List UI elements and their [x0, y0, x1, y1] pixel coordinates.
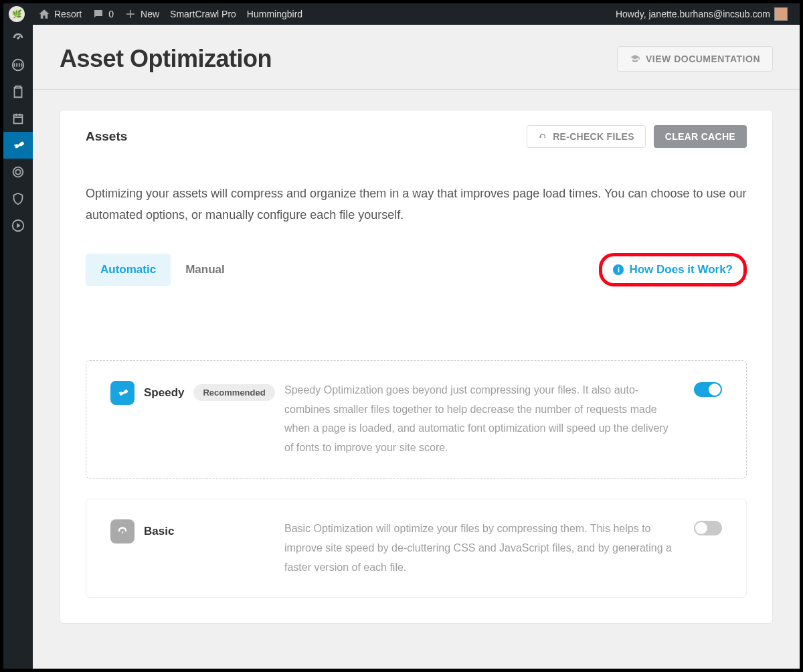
howdy-text: Howdy, janette.burhans@incsub.com: [616, 9, 770, 19]
basic-icon: [110, 519, 135, 543]
view-documentation-button[interactable]: VIEW DOCUMENTATION: [617, 46, 773, 72]
svg-point-2: [15, 169, 20, 174]
intro-text: Optimizing your assets will compress and…: [86, 163, 747, 253]
mode-tabs: Automatic Manual: [86, 254, 240, 286]
sidebar-item-calendar[interactable]: [3, 105, 33, 132]
new-label: New: [141, 9, 159, 19]
speedy-icon: [110, 381, 135, 405]
assets-card: Assets RE-CHECK FILES CLEAR CACHE Optimi…: [60, 110, 773, 624]
play-circle-icon: [11, 218, 25, 233]
wpmudev-icon: [11, 58, 25, 72]
option-name: Basic: [144, 525, 174, 538]
sidebar-item-hummingbird[interactable]: [3, 132, 33, 159]
speedy-toggle[interactable]: [694, 382, 722, 397]
home-icon: [38, 8, 50, 20]
page-title: Asset Optimization: [60, 45, 272, 73]
sidebar-item-smartcrawl[interactable]: [3, 159, 33, 185]
recheck-files-button[interactable]: RE-CHECK FILES: [527, 125, 646, 148]
sidebar-item-smush[interactable]: [3, 212, 33, 239]
grad-cap-icon: [630, 54, 640, 64]
option-description: Speedy Optimization goes beyond just com…: [284, 381, 694, 458]
account-menu[interactable]: Howdy, janette.burhans@incsub.com: [610, 3, 793, 25]
site-name: Resort: [54, 9, 82, 19]
option-basic: Basic Basic Optimization will optimize y…: [86, 499, 747, 598]
plus-icon: [124, 8, 137, 20]
tab-automatic[interactable]: Automatic: [86, 254, 171, 286]
new-menu[interactable]: New: [119, 3, 165, 25]
clear-cache-button[interactable]: CLEAR CACHE: [654, 125, 747, 148]
page-header: Asset Optimization VIEW DOCUMENTATION: [33, 25, 800, 90]
option-description: Basic Optimization will optimize your fi…: [284, 519, 694, 577]
refresh-icon: [538, 132, 547, 141]
shield-icon: [11, 191, 25, 206]
site-logo-icon: 🌿: [9, 6, 25, 22]
admin-bar: 🌿 Resort 0 New SmartCrawl Pro Hummingbir…: [3, 3, 800, 25]
svg-point-1: [13, 167, 23, 177]
basic-toggle[interactable]: [694, 521, 722, 535]
sidebar-item-wpmudev[interactable]: [3, 52, 33, 78]
comment-icon: [92, 8, 104, 20]
adminbar-item-smartcrawl[interactable]: SmartCrawl Pro: [165, 3, 242, 25]
comments-count: 0: [108, 9, 114, 19]
card-title: Assets: [86, 129, 127, 144]
sidebar-item-defender[interactable]: [3, 185, 33, 212]
wp-logo-menu[interactable]: 🌿: [3, 3, 33, 25]
clipboard-icon: [11, 84, 25, 99]
admin-sidebar: [3, 25, 33, 669]
how-does-it-work-link[interactable]: i How Does it Work?: [599, 253, 747, 286]
recommended-badge: Recommended: [193, 384, 274, 401]
tab-manual[interactable]: Manual: [171, 254, 240, 286]
comments-menu[interactable]: 0: [87, 3, 119, 25]
info-icon: i: [613, 264, 624, 275]
main-content: Asset Optimization VIEW DOCUMENTATION As…: [33, 25, 800, 669]
site-menu[interactable]: Resort: [33, 3, 87, 25]
option-speedy: Speedy Recommended Speedy Optimization g…: [86, 360, 747, 479]
avatar: [774, 7, 788, 21]
sidebar-item-dashboard[interactable]: [3, 25, 33, 52]
gauge-icon: [11, 31, 25, 46]
option-name: Speedy: [144, 386, 184, 400]
sidebar-item-forms[interactable]: [3, 78, 33, 105]
adminbar-item-hummingbird[interactable]: Hummingbird: [242, 3, 308, 25]
target-icon: [11, 165, 25, 179]
calendar-icon: [11, 111, 25, 126]
hummingbird-icon: [11, 138, 25, 153]
